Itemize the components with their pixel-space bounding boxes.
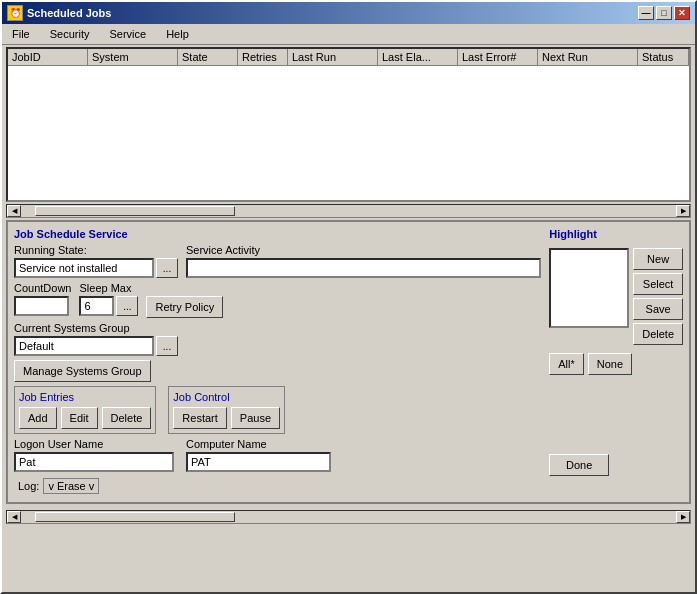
scroll-left-btn[interactable]: ◀ <box>7 205 21 217</box>
job-entries-title: Job Entries <box>19 391 151 403</box>
log-area: Log: v Erase v <box>14 476 683 496</box>
bottom-scroll-right-btn[interactable]: ▶ <box>676 511 690 523</box>
sleepmax-browse-btn[interactable]: ... <box>116 296 138 316</box>
menu-file[interactable]: File <box>6 26 36 42</box>
title-bar: ⏰ Scheduled Jobs — □ ✕ <box>2 2 695 24</box>
running-state-label: Running State: <box>14 244 178 256</box>
app-icon: ⏰ <box>7 5 23 21</box>
highlight-buttons: New Select Save Delete <box>633 248 683 345</box>
log-dropdown[interactable]: v Erase v <box>43 478 99 494</box>
job-control-restart-btn[interactable]: Restart <box>173 407 226 429</box>
retry-policy-btn[interactable]: Retry Policy <box>146 296 223 318</box>
title-buttons: — □ ✕ <box>638 6 690 20</box>
highlight-save-btn[interactable]: Save <box>633 298 683 320</box>
current-systems-browse-btn[interactable]: ... <box>156 336 178 356</box>
user-computer-row: Logon User Name Computer Name <box>14 438 541 472</box>
bottom-scroll-thumb[interactable] <box>35 512 235 522</box>
col-retries: Retries <box>238 49 288 65</box>
menu-help[interactable]: Help <box>160 26 195 42</box>
running-state-browse-btn[interactable]: ... <box>156 258 178 278</box>
table-content[interactable] <box>8 66 689 197</box>
menu-bar: File Security Service Help <box>2 24 695 45</box>
job-control-pause-btn[interactable]: Pause <box>231 407 280 429</box>
menu-security[interactable]: Security <box>44 26 96 42</box>
running-state-input[interactable] <box>14 258 154 278</box>
highlight-box <box>549 248 629 328</box>
current-systems-input[interactable] <box>14 336 154 356</box>
col-lastrun: Last Run <box>288 49 378 65</box>
running-state-row: Running State: ... Service Activity <box>14 244 541 278</box>
bottom-scrollbar[interactable]: ◀ ▶ <box>6 510 691 524</box>
col-lasterror: Last Error# <box>458 49 538 65</box>
sleepmax-input[interactable] <box>79 296 114 316</box>
scroll-right-btn[interactable]: ▶ <box>676 205 690 217</box>
bottom-scroll-track[interactable] <box>35 512 662 522</box>
job-entries-buttons: Add Edit Delete <box>19 407 151 429</box>
sleepmax-label: Sleep Max <box>79 282 138 294</box>
scroll-thumb[interactable] <box>35 206 235 216</box>
highlight-delete-btn[interactable]: Delete <box>633 323 683 345</box>
window-title: Scheduled Jobs <box>27 7 111 19</box>
table-header: JobID System State Retries Last Run Last… <box>8 49 689 66</box>
manage-systems-row: Manage Systems Group <box>14 360 541 382</box>
main-content: Job Schedule Service Running State: ... … <box>14 228 683 476</box>
logon-user-input[interactable] <box>14 452 174 472</box>
logon-user-group: Logon User Name <box>14 438 174 472</box>
col-jobid: JobID <box>8 49 88 65</box>
current-systems-input-group: ... <box>14 336 178 356</box>
job-control-buttons: Restart Pause <box>173 407 280 429</box>
bottom-panel: Job Schedule Service Running State: ... … <box>6 220 691 504</box>
done-btn-group: Done <box>549 444 609 476</box>
col-state: State <box>178 49 238 65</box>
job-entries-edit-btn[interactable]: Edit <box>61 407 98 429</box>
job-entries-box: Job Entries Add Edit Delete <box>14 386 156 434</box>
left-content: Job Schedule Service Running State: ... … <box>14 228 541 476</box>
close-button[interactable]: ✕ <box>674 6 690 20</box>
job-schedule-service-title: Job Schedule Service <box>14 228 541 240</box>
minimize-button[interactable]: — <box>638 6 654 20</box>
service-activity-label: Service Activity <box>186 244 541 256</box>
highlight-select-btn[interactable]: Select <box>633 273 683 295</box>
bottom-scroll-left-btn[interactable]: ◀ <box>7 511 21 523</box>
log-label: Log: <box>18 480 39 492</box>
current-systems-group: Current Systems Group ... <box>14 322 178 356</box>
col-nextrun: Next Run <box>538 49 638 65</box>
sleepmax-group: Sleep Max ... <box>79 282 138 316</box>
manage-systems-group-btn[interactable]: Manage Systems Group <box>14 360 151 382</box>
computer-name-group: Computer Name <box>186 438 331 472</box>
countdown-label: CountDown <box>14 282 71 294</box>
countdown-input[interactable] <box>14 296 69 316</box>
highlight-title: Highlight <box>549 228 597 240</box>
entries-control-row: Job Entries Add Edit Delete Job Control … <box>14 386 541 434</box>
retry-policy-group: Retry Policy <box>146 296 223 318</box>
job-control-title: Job Control <box>173 391 280 403</box>
scroll-track[interactable] <box>35 206 662 216</box>
computer-name-input[interactable] <box>186 452 331 472</box>
col-lastelapsed: Last Ela... <box>378 49 458 65</box>
service-activity-group: Service Activity <box>186 244 541 278</box>
right-panel: Highlight New Select Save Delete All* No… <box>549 228 683 476</box>
jobs-table-area: JobID System State Retries Last Run Last… <box>6 47 691 202</box>
title-bar-left: ⏰ Scheduled Jobs <box>7 5 111 21</box>
service-activity-input[interactable] <box>186 258 541 278</box>
highlight-new-btn[interactable]: New <box>633 248 683 270</box>
done-btn[interactable]: Done <box>549 454 609 476</box>
computer-name-label: Computer Name <box>186 438 331 450</box>
main-window: ⏰ Scheduled Jobs — □ ✕ File Security Ser… <box>0 0 697 594</box>
col-status: Status <box>638 49 689 65</box>
job-control-box: Job Control Restart Pause <box>168 386 285 434</box>
current-systems-row: Current Systems Group ... <box>14 322 541 356</box>
running-state-group: Running State: ... <box>14 244 178 278</box>
logon-user-label: Logon User Name <box>14 438 174 450</box>
menu-service[interactable]: Service <box>103 26 152 42</box>
running-state-input-group: ... <box>14 258 178 278</box>
highlight-none-btn[interactable]: None <box>588 353 632 375</box>
all-none-buttons: All* None <box>549 353 632 375</box>
col-system: System <box>88 49 178 65</box>
maximize-button[interactable]: □ <box>656 6 672 20</box>
highlight-area: New Select Save Delete <box>549 248 683 345</box>
job-entries-add-btn[interactable]: Add <box>19 407 57 429</box>
job-entries-delete-btn[interactable]: Delete <box>102 407 152 429</box>
highlight-all-btn[interactable]: All* <box>549 353 584 375</box>
table-scrollbar-h[interactable]: ◀ ▶ <box>6 204 691 218</box>
